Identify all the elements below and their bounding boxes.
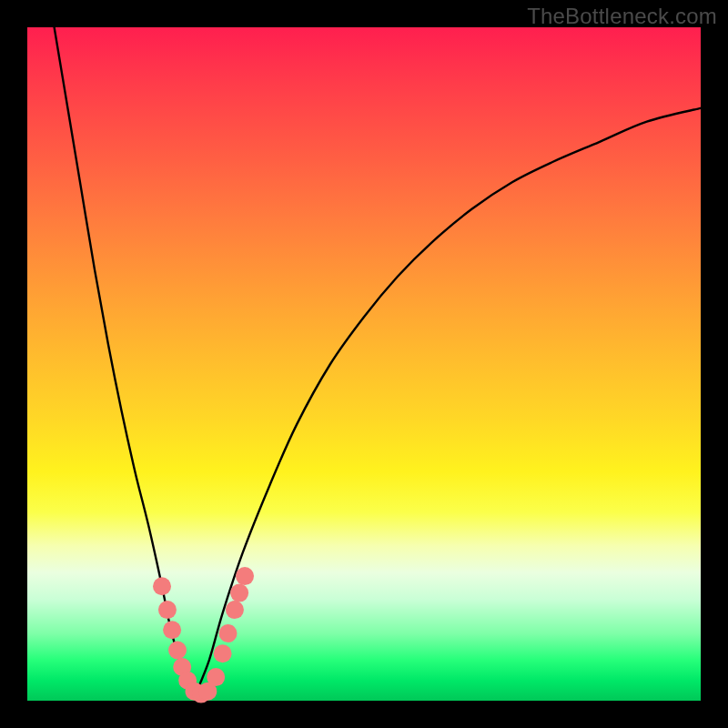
marker-dot	[230, 584, 248, 602]
chart-svg	[27, 27, 701, 701]
marker-dot	[168, 642, 187, 660]
marker-dot	[236, 567, 254, 585]
marker-dot	[163, 621, 181, 639]
marker-dot	[219, 624, 238, 642]
curve-left	[55, 27, 196, 694]
marker-dot	[207, 668, 225, 686]
curve-right	[196, 108, 701, 694]
marker-dot	[214, 644, 232, 662]
marker-dot	[158, 601, 177, 619]
marker-dot	[153, 577, 171, 595]
watermark-text: TheBottleneck.com	[527, 4, 717, 29]
marker-dot	[226, 601, 244, 619]
outer-frame: TheBottleneck.com	[0, 0, 728, 728]
marker-group	[153, 567, 254, 703]
plot-area	[27, 27, 701, 701]
